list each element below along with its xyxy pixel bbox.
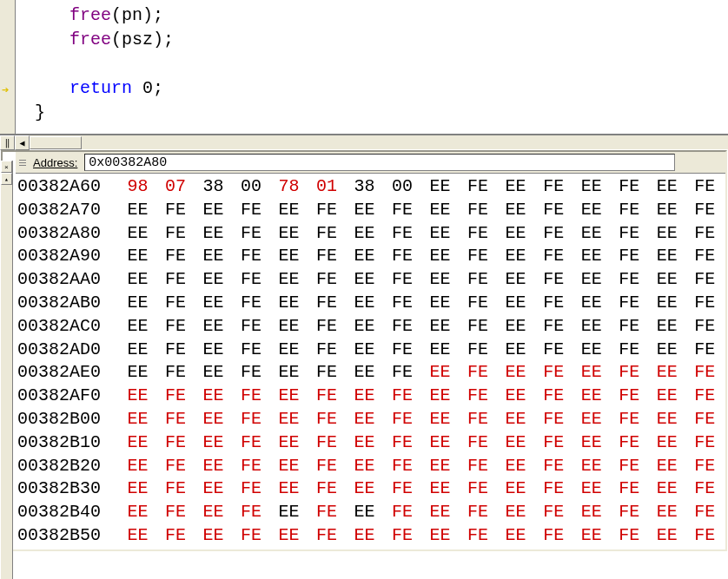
hex-byte[interactable]: EE: [270, 339, 308, 362]
hex-byte[interactable]: EE: [346, 431, 384, 455]
memory-row[interactable]: 00382A80EEFEEEFEEEFEEEFEEEFEEEFEEEFEEEFE: [17, 222, 724, 246]
hex-byte[interactable]: EE: [270, 501, 308, 524]
hex-byte[interactable]: FE: [308, 408, 346, 431]
hex-byte[interactable]: FE: [383, 292, 421, 315]
hex-byte[interactable]: EE: [346, 408, 384, 431]
hex-byte[interactable]: FE: [383, 501, 421, 524]
hex-byte[interactable]: EE: [270, 315, 308, 339]
hex-byte[interactable]: FE: [232, 268, 270, 292]
hex-byte[interactable]: EE: [270, 431, 308, 455]
hex-byte[interactable]: EE: [648, 245, 686, 268]
hex-byte[interactable]: FE: [232, 408, 270, 431]
hex-byte[interactable]: FE: [534, 455, 572, 478]
hex-byte[interactable]: EE: [648, 199, 686, 222]
hex-byte[interactable]: FE: [685, 222, 724, 246]
hex-byte[interactable]: EE: [119, 385, 157, 408]
hex-byte[interactable]: FE: [610, 268, 648, 292]
hex-byte[interactable]: FE: [383, 408, 421, 431]
hex-byte[interactable]: EE: [497, 268, 535, 292]
memory-row[interactable]: 00382B30EEFEEEFEEEFEEEFEEEFEEEFEEEFEEEFE: [17, 477, 724, 501]
hex-byte[interactable]: FE: [534, 408, 572, 431]
scroll-thumb[interactable]: [30, 136, 82, 149]
hex-byte[interactable]: FE: [534, 339, 572, 362]
hex-byte[interactable]: EE: [421, 292, 460, 315]
hex-byte[interactable]: EE: [572, 477, 611, 501]
hex-byte[interactable]: EE: [648, 477, 686, 501]
hex-byte[interactable]: EE: [572, 361, 611, 385]
hex-byte[interactable]: EE: [270, 477, 308, 501]
hex-byte[interactable]: EE: [497, 339, 535, 362]
hex-byte[interactable]: FE: [156, 431, 195, 455]
hex-byte[interactable]: EE: [346, 361, 384, 385]
hex-byte[interactable]: EE: [346, 339, 384, 362]
hex-byte[interactable]: EE: [648, 408, 686, 431]
hex-byte[interactable]: FE: [383, 431, 421, 455]
hex-byte[interactable]: EE: [572, 175, 611, 199]
hex-byte[interactable]: FE: [610, 455, 648, 478]
hex-byte[interactable]: 01: [308, 175, 346, 199]
hex-byte[interactable]: EE: [648, 292, 686, 315]
hex-byte[interactable]: EE: [119, 199, 157, 222]
hex-byte[interactable]: FE: [156, 455, 195, 478]
hex-byte[interactable]: EE: [270, 408, 308, 431]
hex-byte[interactable]: EE: [119, 245, 157, 268]
hex-byte[interactable]: EE: [119, 292, 157, 315]
hex-byte[interactable]: EE: [648, 222, 686, 246]
hex-byte[interactable]: EE: [119, 222, 157, 246]
memory-vertical-scrollbar[interactable]: × ▴: [1, 161, 13, 579]
hex-byte[interactable]: EE: [497, 408, 535, 431]
hex-byte[interactable]: EE: [421, 199, 460, 222]
hex-byte[interactable]: FE: [610, 385, 648, 408]
hex-byte[interactable]: FE: [308, 524, 346, 548]
scroll-home-icon[interactable]: ‖: [0, 135, 15, 150]
hex-byte[interactable]: EE: [195, 292, 233, 315]
hex-byte[interactable]: FE: [232, 339, 270, 362]
memory-row[interactable]: 00382AD0EEFEEEFEEEFEEEFEEEFEEEFEEEFEEEFE: [17, 339, 724, 362]
hex-byte[interactable]: FE: [232, 501, 270, 524]
hex-byte[interactable]: EE: [346, 455, 384, 478]
hex-byte[interactable]: FE: [610, 339, 648, 362]
hex-byte[interactable]: FE: [156, 385, 195, 408]
hex-byte[interactable]: FE: [232, 455, 270, 478]
memory-row[interactable]: 00382B20EEFEEEFEEEFEEEFEEEFEEEFEEEFEEEFE: [17, 455, 724, 478]
hex-byte[interactable]: EE: [648, 455, 686, 478]
hex-byte[interactable]: FE: [610, 292, 648, 315]
hex-byte[interactable]: FE: [610, 501, 648, 524]
hex-byte[interactable]: FE: [534, 524, 572, 548]
hex-byte[interactable]: FE: [308, 339, 346, 362]
hex-byte[interactable]: EE: [119, 431, 157, 455]
hex-byte[interactable]: FE: [156, 501, 195, 524]
close-icon[interactable]: ×: [1, 161, 12, 173]
hex-byte[interactable]: EE: [195, 222, 233, 246]
memory-row[interactable]: 00382AF0EEFEEEFEEEFEEEFEEEFEEEFEEEFEEEFE: [17, 385, 724, 408]
hex-byte[interactable]: EE: [497, 385, 535, 408]
hex-byte[interactable]: FE: [308, 245, 346, 268]
hex-byte[interactable]: EE: [497, 222, 535, 246]
hex-byte[interactable]: FE: [685, 268, 724, 292]
hex-byte[interactable]: FE: [685, 361, 724, 385]
address-input[interactable]: [84, 154, 675, 171]
hex-byte[interactable]: FE: [459, 315, 497, 339]
hex-byte[interactable]: FE: [459, 524, 497, 548]
hex-byte[interactable]: FE: [610, 222, 648, 246]
hex-byte[interactable]: FE: [534, 361, 572, 385]
hex-byte[interactable]: EE: [270, 245, 308, 268]
hex-byte[interactable]: 07: [156, 175, 195, 199]
hex-byte[interactable]: EE: [346, 222, 384, 246]
memory-row[interactable]: 00382B40EEFEEEFEEEFEEEFEEEFEEEFEEEFEEEFE: [17, 501, 724, 524]
hex-byte[interactable]: FE: [156, 199, 195, 222]
hex-byte[interactable]: EE: [497, 501, 535, 524]
hex-byte[interactable]: EE: [421, 175, 460, 199]
hex-byte[interactable]: FE: [232, 292, 270, 315]
hex-byte[interactable]: FE: [459, 385, 497, 408]
hex-byte[interactable]: EE: [421, 222, 460, 246]
hex-byte[interactable]: EE: [421, 315, 460, 339]
hex-byte[interactable]: FE: [156, 408, 195, 431]
hex-byte[interactable]: EE: [497, 245, 535, 268]
hex-byte[interactable]: FE: [308, 501, 346, 524]
hex-byte[interactable]: FE: [534, 199, 572, 222]
hex-byte[interactable]: FE: [308, 455, 346, 478]
hex-byte[interactable]: FE: [308, 292, 346, 315]
hex-byte[interactable]: FE: [534, 501, 572, 524]
hex-byte[interactable]: EE: [648, 361, 686, 385]
